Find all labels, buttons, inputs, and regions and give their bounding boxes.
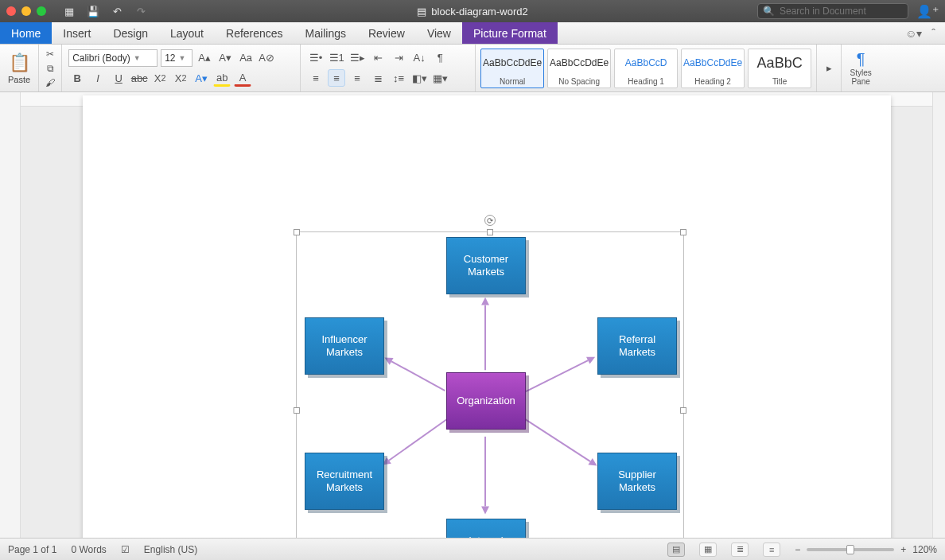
- borders-icon[interactable]: ▦▾: [431, 69, 449, 87]
- multilevel-list-icon[interactable]: ☰▸: [348, 49, 366, 67]
- strikethrough-button[interactable]: abc: [130, 69, 148, 87]
- tab-layout[interactable]: Layout: [159, 22, 215, 44]
- line-spacing-icon[interactable]: ↕≡: [390, 69, 407, 87]
- node-referral: ReferralMarkets: [597, 317, 677, 375]
- block-diagram: OrganizationCustomerMarketsInfluencerMar…: [297, 232, 683, 538]
- zoom-control: − + 120%: [795, 544, 937, 555]
- tab-insert[interactable]: Insert: [52, 22, 102, 44]
- copy-icon[interactable]: ⧉: [42, 62, 58, 75]
- tab-view[interactable]: View: [416, 22, 462, 44]
- search-icon: 🔍: [763, 6, 775, 17]
- format-painter-icon[interactable]: 🖌: [42, 76, 58, 89]
- zoom-percent[interactable]: 120%: [912, 544, 937, 555]
- align-right-icon[interactable]: ≡: [348, 69, 366, 87]
- style-heading-1[interactable]: AaBbCcDHeading 1: [614, 49, 678, 88]
- paste-group: 📋 Paste: [0, 45, 39, 91]
- clear-formatting-icon[interactable]: A⊘: [258, 49, 275, 67]
- status-bar: Page 1 of 1 0 Words ☑ English (US) ▤ ▦ ≣…: [0, 538, 945, 560]
- undo-icon[interactable]: ↶: [110, 6, 124, 18]
- redo-icon[interactable]: ↷: [134, 6, 148, 18]
- node-internal: InternalMarkets: [446, 519, 526, 538]
- style-no-spacing[interactable]: AaBbCcDdEeNo Spacing: [547, 49, 611, 88]
- feedback-icon[interactable]: ☺▾: [905, 27, 922, 40]
- vertical-ruler: [0, 92, 21, 538]
- node-supplier: SupplierMarkets: [597, 453, 677, 510]
- tab-home[interactable]: Home: [0, 22, 52, 44]
- clipboard-side: ✂ ⧉ 🖌: [39, 45, 62, 91]
- share-icon[interactable]: 👤⁺: [916, 4, 939, 19]
- outline-view-icon[interactable]: ≣: [731, 542, 749, 557]
- window-controls: [6, 6, 46, 16]
- minimize-window-button[interactable]: [21, 6, 31, 16]
- text-effects-icon[interactable]: A▾: [192, 69, 210, 87]
- search-box[interactable]: 🔍: [757, 3, 908, 19]
- language-indicator[interactable]: English (US): [144, 544, 197, 555]
- underline-button[interactable]: U: [110, 69, 127, 87]
- paragraph-group: ☰• ☰1 ☰▸ ⇤ ⇥ A↓ ¶ ≡ ≡ ≡ ≣ ↕≡ ◧▾ ▦▾: [301, 45, 476, 91]
- justify-icon[interactable]: ≣: [369, 69, 387, 87]
- node-influencer: InfluencerMarkets: [305, 317, 384, 375]
- zoom-out-button[interactable]: −: [795, 544, 800, 555]
- ribbon: 📋 Paste ✂ ⧉ 🖌 Calibri (Body)▼ 12▼ A▴ A▾ …: [0, 45, 945, 92]
- svg-line-2: [391, 361, 445, 391]
- bold-button[interactable]: B: [68, 69, 86, 87]
- font-name-select[interactable]: Calibri (Body)▼: [68, 49, 158, 67]
- svg-line-4: [526, 360, 588, 391]
- spellcheck-icon[interactable]: ☑: [121, 544, 130, 555]
- styles-pane-button[interactable]: ¶ Styles Pane: [842, 45, 880, 91]
- svg-marker-11: [481, 506, 489, 514]
- close-window-button[interactable]: [6, 6, 16, 16]
- save-icon[interactable]: 💾: [86, 6, 100, 18]
- style-title[interactable]: AaBbCTitle: [748, 49, 811, 88]
- show-marks-icon[interactable]: ¶: [431, 49, 449, 67]
- node-customer: CustomerMarkets: [446, 237, 526, 294]
- maximize-window-button[interactable]: [37, 6, 46, 16]
- bullets-icon[interactable]: ☰•: [307, 49, 325, 67]
- paste-icon[interactable]: 📋: [9, 52, 30, 73]
- web-layout-view-icon[interactable]: ▦: [699, 542, 717, 557]
- zoom-in-button[interactable]: +: [900, 544, 906, 555]
- style-normal[interactable]: AaBbCcDdEeNormal: [480, 49, 544, 88]
- change-case-icon[interactable]: Aa: [237, 49, 255, 67]
- print-layout-view-icon[interactable]: ▤: [667, 542, 685, 557]
- align-left-icon[interactable]: ≡: [307, 69, 325, 87]
- vertical-scrollbar[interactable]: [932, 92, 945, 538]
- page-indicator[interactable]: Page 1 of 1: [8, 544, 56, 555]
- node-organization: Organization: [446, 372, 526, 430]
- italic-button[interactable]: I: [89, 69, 107, 87]
- tab-picture-format[interactable]: Picture Format: [462, 22, 558, 44]
- styles-pane-label: Styles Pane: [845, 68, 877, 86]
- search-input[interactable]: [780, 6, 903, 17]
- node-recruitment: RecruitmentMarkets: [305, 453, 384, 510]
- decrease-indent-icon[interactable]: ⇤: [369, 49, 387, 67]
- highlight-color-icon[interactable]: ab: [213, 69, 231, 87]
- document-icon: ▤: [417, 6, 426, 18]
- align-center-icon[interactable]: ≡: [328, 69, 345, 87]
- word-count[interactable]: 0 Words: [71, 544, 106, 555]
- cut-icon[interactable]: ✂: [42, 48, 58, 60]
- ribbon-collapse-icon[interactable]: ˆ: [931, 27, 935, 40]
- sort-icon[interactable]: A↓: [410, 49, 428, 67]
- rotate-handle-icon[interactable]: ⟳: [484, 215, 496, 226]
- tab-references[interactable]: References: [215, 22, 294, 44]
- shrink-font-icon[interactable]: A▾: [216, 49, 234, 67]
- increase-indent-icon[interactable]: ⇥: [390, 49, 407, 67]
- font-color-icon[interactable]: A: [234, 69, 251, 87]
- qat-file-icon[interactable]: ▦: [62, 6, 76, 18]
- tab-review[interactable]: Review: [357, 22, 416, 44]
- style-heading-2[interactable]: AaBbCcDdEeHeading 2: [681, 49, 745, 88]
- subscript-button[interactable]: X2: [151, 69, 169, 87]
- tab-design[interactable]: Design: [102, 22, 159, 44]
- tab-mailings[interactable]: Mailings: [294, 22, 357, 44]
- grow-font-icon[interactable]: A▴: [196, 49, 213, 67]
- font-size-select[interactable]: 12▼: [161, 49, 192, 67]
- svg-line-6: [389, 419, 447, 461]
- selected-picture[interactable]: ⟳ OrganizationCustomerMarketsInfluencerM…: [296, 231, 684, 538]
- zoom-slider[interactable]: [807, 548, 894, 551]
- styles-more-icon[interactable]: ▸: [820, 60, 838, 77]
- shading-icon[interactable]: ◧▾: [410, 69, 428, 87]
- draft-view-icon[interactable]: ≡: [763, 542, 780, 557]
- superscript-button[interactable]: X2: [172, 69, 189, 87]
- numbering-icon[interactable]: ☰1: [328, 49, 345, 67]
- page-scroll[interactable]: ⟳ OrganizationCustomerMarketsInfluencerM…: [21, 92, 932, 538]
